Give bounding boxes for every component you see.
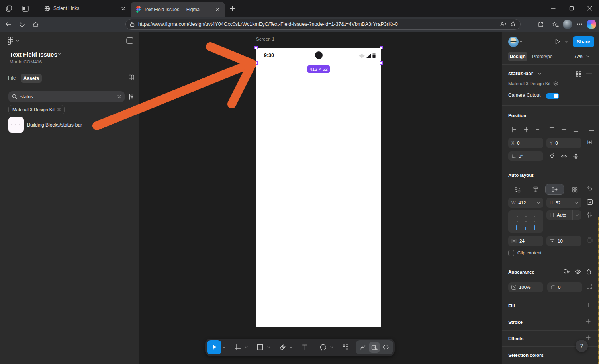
selection-chevron-icon[interactable] xyxy=(538,73,541,75)
copilot-icon[interactable] xyxy=(585,18,597,30)
flip-vertical-icon[interactable] xyxy=(570,151,581,161)
shape-tool[interactable] xyxy=(254,341,266,354)
add-stroke-icon[interactable] xyxy=(586,319,591,324)
align-top-icon[interactable] xyxy=(546,126,557,134)
browser-menu-icon[interactable] xyxy=(574,18,585,30)
window-minimize-button[interactable] xyxy=(544,0,562,17)
avatar-chevron-icon[interactable] xyxy=(519,41,523,43)
library-filter-chip[interactable]: Material 3 Design Kit xyxy=(8,105,65,114)
horizontal-padding-field[interactable]: 24 xyxy=(508,236,543,246)
visibility-eye-icon[interactable] xyxy=(575,269,581,274)
layout-settings-icon[interactable] xyxy=(587,212,592,218)
more-options-icon[interactable] xyxy=(586,73,592,74)
draw-marker-tool[interactable] xyxy=(357,342,368,353)
move-tool[interactable] xyxy=(207,340,221,354)
layout-grid-icon[interactable] xyxy=(566,185,584,194)
selection-name[interactable]: status-bar xyxy=(508,70,533,76)
help-button[interactable]: ? xyxy=(576,340,588,352)
frame-tool-chevron-icon[interactable] xyxy=(244,341,249,354)
alignment-grid[interactable] xyxy=(508,210,543,233)
favorites-bar-icon[interactable] xyxy=(550,18,562,30)
workspaces-icon[interactable] xyxy=(0,0,18,17)
flip-horizontal-icon[interactable] xyxy=(558,151,570,161)
layout-freeform-icon[interactable] xyxy=(508,185,527,194)
dev-mode-code-tool[interactable] xyxy=(380,342,392,353)
height-field[interactable]: H 52 xyxy=(546,198,581,208)
present-play-icon[interactable] xyxy=(555,39,560,45)
new-tab-icon[interactable] xyxy=(225,0,239,17)
asset-thumbnail[interactable] xyxy=(8,117,24,133)
collapse-panel-icon[interactable] xyxy=(126,37,133,44)
close-tab-icon[interactable] xyxy=(119,5,127,12)
browser-profile-avatar[interactable] xyxy=(562,18,574,30)
gap-dropdown[interactable] xyxy=(572,210,581,220)
frame-tool[interactable] xyxy=(232,341,244,354)
close-tab-icon[interactable] xyxy=(214,6,221,13)
h-chevron-icon[interactable] xyxy=(575,202,578,204)
figma-user-avatar[interactable] xyxy=(508,37,519,47)
resize-to-fit-icon[interactable] xyxy=(587,199,593,205)
rotation-field[interactable]: 0° xyxy=(508,151,543,161)
w-chevron-icon[interactable] xyxy=(537,202,540,204)
camera-cutout-toggle[interactable] xyxy=(546,93,559,99)
search-input[interactable]: status xyxy=(8,91,125,102)
pen-tool-chevron-icon[interactable] xyxy=(288,341,293,354)
styles-icon[interactable] xyxy=(564,269,570,275)
layout-vertical-icon[interactable] xyxy=(527,185,545,194)
browser-tab-solent[interactable]: Solent Links xyxy=(39,2,131,15)
blend-mode-icon[interactable] xyxy=(586,268,591,275)
figma-menu-logo-icon[interactable] xyxy=(8,37,13,45)
read-aloud-icon[interactable] xyxy=(500,21,507,28)
add-effect-icon[interactable] xyxy=(586,335,591,340)
tab-prototype[interactable]: Prototype xyxy=(532,54,552,59)
zoom-level[interactable]: 77% xyxy=(574,54,583,59)
present-chevron-icon[interactable] xyxy=(565,41,568,43)
align-h-center-icon[interactable] xyxy=(521,126,531,134)
gap-field[interactable]: Auto xyxy=(546,210,581,220)
move-tool-chevron-icon[interactable] xyxy=(221,341,226,354)
x-position-field[interactable]: X 0 xyxy=(508,138,543,148)
opacity-field[interactable]: 100% xyxy=(508,282,543,292)
comment-tool-chevron-icon[interactable] xyxy=(329,341,334,354)
align-v-center-icon[interactable] xyxy=(558,126,569,134)
tidy-up-icon[interactable] xyxy=(587,126,596,134)
constraints-icon[interactable] xyxy=(586,139,593,146)
zoom-chevron-icon[interactable] xyxy=(586,55,589,57)
align-right-icon[interactable] xyxy=(532,126,543,134)
browser-tab-figma[interactable]: Text Field Issues- – Figma xyxy=(131,2,225,17)
refresh-icon[interactable] xyxy=(15,18,29,30)
library-source-row[interactable]: Material 3 Design Kit xyxy=(508,81,558,86)
align-left-icon[interactable] xyxy=(509,126,519,134)
chevron-down-icon[interactable] xyxy=(16,40,19,42)
remove-chip-icon[interactable] xyxy=(57,108,61,111)
file-menu-chevron-icon[interactable] xyxy=(58,53,61,55)
layout-horizontal-icon[interactable] xyxy=(545,184,564,195)
measure-tool-active[interactable] xyxy=(369,342,380,353)
filter-sliders-icon[interactable] xyxy=(128,94,133,100)
library-book-icon[interactable] xyxy=(128,74,135,80)
extensions-icon[interactable] xyxy=(535,18,547,30)
selection-handle-bottom-left[interactable] xyxy=(254,61,258,65)
screen-frame[interactable]: 9:30 xyxy=(256,48,381,327)
comment-tool[interactable] xyxy=(317,341,329,354)
text-tool[interactable] xyxy=(299,341,311,354)
asset-item-label[interactable]: Building Blocks/status-bar xyxy=(27,122,82,128)
actions-tool[interactable] xyxy=(339,341,351,354)
component-grid-icon[interactable] xyxy=(576,71,581,77)
rotate-icon[interactable] xyxy=(546,151,558,161)
vertical-padding-field[interactable]: 10 xyxy=(546,236,581,246)
back-icon[interactable] xyxy=(2,18,15,30)
clear-search-icon[interactable] xyxy=(117,95,121,98)
width-field[interactable]: W 412 xyxy=(508,198,543,208)
clip-content-checkbox[interactable] xyxy=(508,250,514,256)
window-maximize-button[interactable] xyxy=(562,0,581,17)
tab-assets[interactable]: Assets xyxy=(21,74,42,83)
window-close-button[interactable] xyxy=(581,0,599,17)
independent-corners-icon[interactable] xyxy=(587,284,592,289)
selection-handle-top-left[interactable] xyxy=(254,46,258,49)
favorite-star-icon[interactable] xyxy=(510,21,516,28)
corner-radius-field[interactable]: 0 xyxy=(547,282,582,292)
file-name[interactable]: Text Field Issues- xyxy=(10,51,59,58)
selection-handle-bottom-right[interactable] xyxy=(380,61,383,65)
home-icon[interactable] xyxy=(29,18,42,30)
